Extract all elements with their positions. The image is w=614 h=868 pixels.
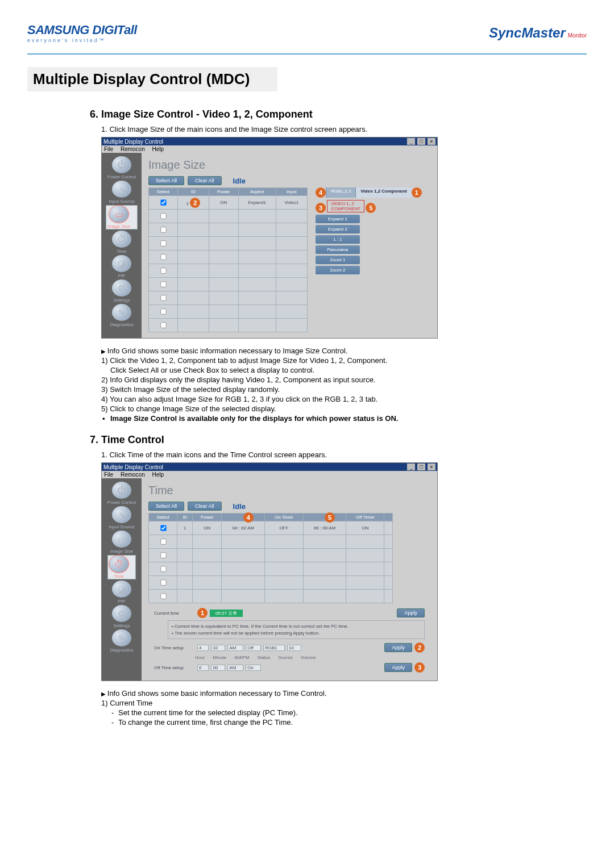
off-hour[interactable]: 6 — [197, 665, 209, 671]
section-time: 7. Time Control Click Time of the main i… — [27, 434, 587, 727]
opt-expand2[interactable]: Expand 2 — [316, 225, 360, 233]
off-ampm[interactable]: AM — [227, 665, 243, 671]
app-sidebar: ⏻Power Control ↘Input Source ▭Image Size… — [102, 153, 142, 338]
note-bold: Image Size Control is available only for… — [101, 414, 587, 423]
maximize-icon[interactable]: □ — [417, 138, 425, 145]
col-id: ID — [177, 188, 209, 196]
row-checkbox[interactable] — [160, 539, 166, 544]
off-minute[interactable]: 00 — [211, 665, 225, 671]
page-title-bar: Multiple Display Control (MDC) — [27, 67, 277, 91]
sidebar-item-pip[interactable]: ◪PIP — [112, 255, 131, 278]
row-checkbox[interactable] — [160, 268, 166, 273]
apply-off-time-button[interactable]: Apply — [384, 663, 412, 672]
opt-panorama[interactable]: Panorama — [316, 245, 360, 254]
opt-1-1[interactable]: 1 : 1 — [316, 235, 360, 244]
minimize-icon[interactable]: _ — [407, 138, 415, 145]
table-row[interactable]: 1 ON 04 : 02 AM OFF 06 : 00 AM ON — [149, 521, 393, 535]
note: Info Grid shows some basic information n… — [101, 689, 587, 698]
col-power: Power — [193, 514, 222, 521]
sidebar-item-image-size[interactable]: ▭Image Size — [110, 531, 133, 554]
tab-video-component[interactable]: Video 1,2 Component — [355, 187, 412, 198]
menu-remocon[interactable]: Remocon — [121, 471, 145, 478]
menu-remocon[interactable]: Remocon — [121, 146, 145, 152]
row-checkbox[interactable] — [160, 593, 166, 599]
close-icon[interactable]: × — [428, 138, 435, 145]
row-checkbox[interactable] — [160, 227, 166, 232]
opt-expand1[interactable]: Expand 1 — [316, 215, 360, 223]
badge-3: 3 — [414, 662, 425, 673]
col-hour: Hour — [195, 655, 205, 660]
current-time-note2: The shown current time will not be appli… — [175, 631, 320, 636]
row-checkbox[interactable] — [160, 552, 166, 558]
menu-help[interactable]: Help — [152, 471, 164, 478]
sidebar-item-diagnostics[interactable]: ✎Diagnostics — [110, 629, 133, 653]
badge-1: 1 — [197, 608, 208, 618]
panel-title: Time — [148, 484, 430, 497]
select-all-button[interactable]: Select All — [148, 502, 184, 511]
size-panel: 4 RGB1,2,3 Video 1,2 Component 1 3 VIDEO… — [316, 187, 422, 276]
tab-rgb[interactable]: RGB1,2,3 — [326, 187, 355, 198]
row-checkbox[interactable] — [160, 199, 166, 205]
opt-zoom1[interactable]: Zoom 1 — [316, 256, 360, 264]
section6-intro: Click Image Size of the main icons and t… — [101, 125, 587, 133]
app-sidebar: ⏻Power Control ↘Input Source ▭Image Size… — [102, 478, 142, 681]
row-checkbox[interactable] — [160, 308, 166, 314]
row-checkbox[interactable] — [160, 579, 166, 585]
opt-zoom2[interactable]: Zoom 2 — [316, 266, 360, 274]
on-minute[interactable]: 02 — [211, 645, 225, 651]
col-source: Source — [278, 655, 292, 660]
sidebar-item-time[interactable]: ⏱Time — [107, 555, 136, 579]
idle-label: Idle — [233, 502, 246, 511]
apply-on-time-button[interactable]: Apply — [384, 643, 412, 652]
note: To change the current time, first change… — [101, 718, 587, 727]
maximize-icon[interactable]: □ — [417, 464, 425, 470]
on-source[interactable]: RGB1 — [263, 645, 285, 651]
select-all-button[interactable]: Select All — [148, 176, 184, 185]
menu-file[interactable]: File — [104, 146, 113, 152]
row-checkbox[interactable] — [160, 525, 166, 531]
sidebar-item-power[interactable]: ⏻Power Control — [107, 156, 136, 180]
on-status[interactable]: Off — [246, 645, 261, 651]
col-select: Select — [149, 514, 177, 521]
row-checkbox[interactable] — [160, 240, 166, 246]
sidebar-item-image-size[interactable]: ▭Image Size — [106, 205, 138, 229]
table-row[interactable]: 1 2 ON Expand1 Video1 — [149, 196, 308, 210]
clear-all-button[interactable]: Clear All — [188, 502, 222, 511]
page-title: Multiple Display Control (MDC) — [33, 70, 250, 87]
menu-help[interactable]: Help — [152, 146, 164, 152]
window-titlebar: Multiple Display Control _ □ × — [102, 463, 437, 471]
sidebar-item-settings[interactable]: ⚙Settings — [112, 605, 131, 628]
off-status[interactable]: On — [246, 665, 261, 671]
menu-file[interactable]: File — [104, 471, 113, 478]
row-checkbox[interactable] — [160, 281, 166, 287]
sidebar-item-input-source[interactable]: ↘Input Source — [109, 506, 134, 529]
row-checkbox[interactable] — [160, 295, 166, 301]
minimize-icon[interactable]: _ — [407, 464, 415, 470]
sidebar-item-settings[interactable]: ⚙Settings — [112, 279, 131, 303]
note: Switch Image Size of the selected displa… — [101, 385, 587, 394]
row-checkbox[interactable] — [160, 322, 166, 328]
close-icon[interactable]: × — [428, 464, 435, 470]
brand-tagline: everyone's invited™ — [27, 37, 137, 43]
on-hour[interactable]: 4 — [197, 645, 209, 651]
sidebar-item-diagnostics[interactable]: ✎Diagnostics — [110, 304, 133, 327]
sidebar-item-power[interactable]: ⏻Power Control — [107, 482, 136, 505]
window-title: Multiple Display Control — [103, 139, 163, 145]
row-checkbox[interactable] — [160, 213, 166, 219]
clear-all-button[interactable]: Clear All — [188, 176, 222, 185]
sidebar-item-time[interactable]: ⏱Time — [112, 231, 131, 254]
sidebar-item-pip[interactable]: ◪PIP — [112, 581, 131, 604]
window-title: Multiple Display Control — [103, 464, 163, 470]
col-power: Power — [209, 188, 238, 196]
idle-label: Idle — [233, 177, 246, 185]
apply-current-time-button[interactable]: Apply — [397, 608, 425, 617]
screenshot-image-size: Multiple Display Control _ □ × File Remo… — [101, 137, 438, 339]
row-checkbox[interactable] — [160, 254, 166, 260]
col-select: Select — [149, 188, 178, 196]
row-checkbox[interactable] — [160, 566, 166, 571]
on-volume[interactable]: 10 — [287, 645, 301, 651]
sidebar-item-input-source[interactable]: ↘Input Source — [109, 181, 134, 204]
section7-intro: Click Time of the main icons and the Tim… — [101, 450, 587, 459]
on-ampm[interactable]: AM — [227, 645, 243, 651]
col-input: Input — [276, 188, 307, 196]
